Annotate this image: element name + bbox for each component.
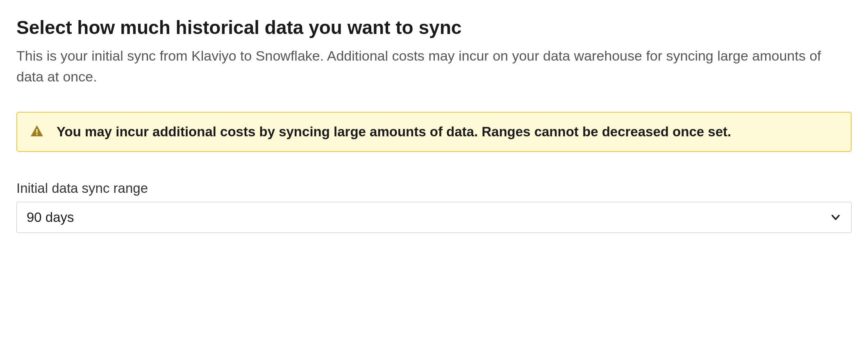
sync-range-select[interactable]: 90 days — [16, 202, 852, 233]
sync-range-label: Initial data sync range — [16, 181, 852, 196]
warning-text: You may incur additional costs by syncin… — [57, 122, 731, 141]
warning-alert: You may incur additional costs by syncin… — [16, 112, 852, 152]
chevron-down-icon — [830, 212, 841, 223]
page-heading: Select how much historical data you want… — [16, 16, 852, 39]
svg-point-0 — [36, 134, 38, 136]
sync-range-value: 90 days — [27, 210, 74, 225]
page-description: This is your initial sync from Klaviyo t… — [16, 45, 852, 87]
warning-icon — [30, 124, 44, 139]
